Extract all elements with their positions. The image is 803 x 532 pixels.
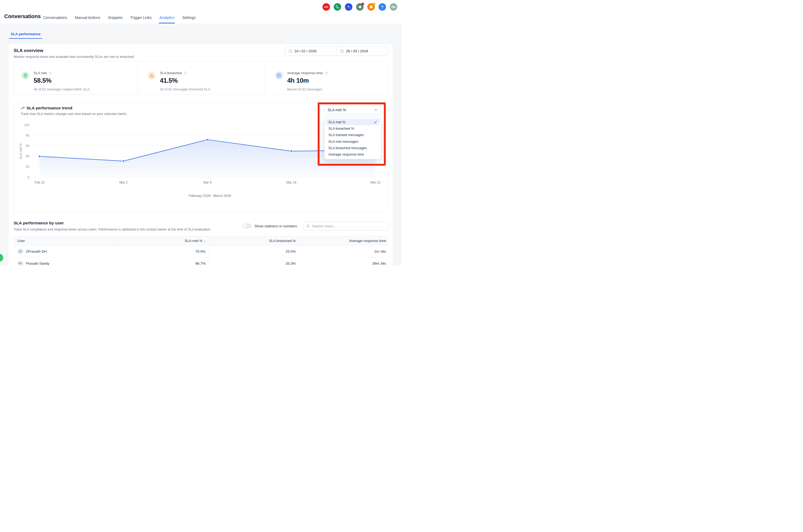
data-point [291, 150, 293, 152]
cell-sla-breached: 25.0% [208, 245, 298, 257]
svg-text:100: 100 [24, 123, 30, 127]
svg-text:Mar 16: Mar 16 [286, 180, 297, 184]
tab-snippets[interactable]: Snippets [107, 12, 123, 23]
sparkles-icon[interactable] [345, 3, 352, 11]
tab-trigger-links[interactable]: Trigger Links [130, 12, 152, 23]
date-range-picker: 24 / 02 / 2026 26 / 03 / 2026 [285, 47, 388, 56]
metric-value: 58.5% [34, 77, 52, 84]
clock-icon [275, 72, 283, 79]
column-header-avg-response[interactable]: Average response time [298, 236, 389, 245]
calendar-icon [340, 49, 344, 53]
date-from-field[interactable]: 24 / 02 / 2026 [285, 47, 336, 55]
sparkles-glyph [347, 5, 351, 9]
option-sla-breached-messages[interactable]: SLA breached messages [326, 145, 380, 151]
svg-text:Mar 2: Mar 2 [119, 180, 128, 184]
metric-caption: 34 of 82 messages breached SLA. [160, 88, 211, 91]
sort-desc-icon: ↓ [204, 239, 206, 243]
cell-sla-met: 66.7% [118, 258, 208, 266]
svg-text:40: 40 [26, 154, 30, 158]
svg-text:0: 0 [27, 175, 30, 179]
date-to-value: 26 / 03 / 2026 [346, 49, 368, 53]
trend-metric-dropdown: SLA met %SLA breached %SLA tracked messa… [324, 117, 381, 159]
code-icon[interactable]: </> [322, 3, 330, 11]
svg-text:February 2026 - March 2026: February 2026 - March 2026 [189, 194, 231, 198]
column-header-user[interactable]: User [14, 236, 118, 245]
user-avatar: ZD [17, 248, 23, 254]
svg-text:Mar 23: Mar 23 [370, 180, 380, 184]
svg-text:Mar 9: Mar 9 [203, 180, 212, 184]
table-header-row: User SLA met %↓ SLA breached % Average r… [14, 236, 389, 245]
warning-triangle-icon [148, 72, 156, 79]
bell-icon[interactable] [367, 3, 375, 11]
option-sla-met-messages[interactable]: SLA met messages [326, 138, 380, 145]
chevron-up-icon [374, 108, 378, 112]
metric-sla-breached: SLA breached 41.5% 34 of 82 messages bre… [138, 61, 264, 94]
option-sla-tracked-messages[interactable]: SLA tracked messages [326, 132, 380, 138]
cell-avg-response: 1m 16s [298, 245, 389, 257]
cell-avg-response: 39m 34s [298, 258, 389, 266]
user-avatar: PS [17, 260, 23, 266]
table-body: ZDZPrasath DH75.0%25.0%1m 16sPSPrasath S… [14, 245, 389, 266]
cell-sla-breached: 33.3% [208, 258, 298, 266]
date-to-field[interactable]: 26 / 03 / 2026 [336, 47, 388, 55]
search-icon [306, 224, 310, 228]
metric-label: SLA met [34, 71, 47, 75]
calendar-icon [288, 49, 292, 53]
svg-text:80: 80 [26, 134, 30, 137]
help-icon[interactable]: ? [378, 3, 386, 11]
column-header-sla-breached[interactable]: SLA breached % [208, 236, 298, 245]
metric-caption: 48 of 82 messages replied within SLA. [34, 88, 91, 91]
avatar-initials: SG [391, 5, 396, 8]
search-users-box [303, 222, 389, 230]
tab-manual-actions[interactable]: Manual Actions [74, 12, 101, 23]
metric-label: SLA breached [160, 71, 182, 75]
bell-glyph [369, 5, 373, 9]
chat-widget-button[interactable] [0, 254, 3, 262]
svg-text:Feb 23: Feb 23 [34, 180, 44, 184]
tab-settings[interactable]: Settings [182, 12, 196, 23]
by-user-title: SLA performance by user [14, 221, 64, 225]
metric-value: 4h 10m [287, 77, 309, 84]
by-user-subtitle: Track SLA compliance and response times … [14, 228, 211, 231]
toggle-label: Show statistics in numbers [255, 224, 297, 228]
toggle-knob [243, 224, 247, 228]
info-icon[interactable] [324, 71, 328, 75]
info-icon[interactable] [184, 71, 187, 75]
option-sla-breached-pct[interactable]: SLA breached % [326, 125, 380, 132]
user-name: ZPrasath DH [26, 249, 47, 253]
notification-badge [361, 3, 364, 5]
top-bar: Conversations ConversationsManual Action… [0, 0, 401, 23]
phone-icon[interactable] [334, 3, 341, 11]
column-header-sla-met[interactable]: SLA met %↓ [118, 236, 208, 245]
info-icon[interactable] [49, 71, 52, 75]
cell-sla-met: 75.0% [118, 245, 208, 257]
metric-sla-met: SLA met 58.5% 48 of 82 messages replied … [14, 61, 138, 94]
megaphone-icon[interactable] [356, 3, 363, 11]
page-title: Conversations [4, 13, 41, 19]
data-point [206, 138, 208, 140]
show-statistics-toggle[interactable] [243, 224, 252, 228]
search-users-input[interactable] [312, 224, 386, 228]
data-point [38, 155, 41, 157]
avatar[interactable]: SG [390, 3, 397, 11]
question-glyph: ? [381, 5, 384, 9]
tab-sla-performance[interactable]: SLA performance [9, 32, 42, 39]
metric-label: Average response time [287, 71, 323, 75]
topbar-icon-row: </> ? SG [322, 3, 397, 11]
tab-conversations[interactable]: Conversations [43, 12, 68, 23]
option-sla-met-pct[interactable]: SLA met % [326, 119, 380, 125]
option-average-response-time[interactable]: Average response time [326, 151, 380, 158]
tab-analytics[interactable]: Analytics [159, 12, 175, 23]
table-row[interactable]: ZDZPrasath DH75.0%25.0%1m 16s [14, 245, 389, 258]
svg-text:20: 20 [26, 165, 30, 169]
data-point [123, 160, 125, 162]
user-name: Prasath Sanity [26, 262, 50, 265]
table-row[interactable]: PSPrasath Sanity66.7%33.3%39m 34s [14, 258, 389, 266]
megaphone-glyph [358, 5, 362, 9]
subtab-divider [0, 40, 401, 40]
sla-overview-title: SLA overview [14, 48, 43, 53]
trend-metric-select-value: SLA met % [328, 108, 346, 112]
trend-metric-select[interactable]: SLA met % [324, 106, 381, 114]
metric-value: 41.5% [160, 77, 178, 84]
sla-by-user-table: User SLA met %↓ SLA breached % Average r… [14, 236, 389, 266]
